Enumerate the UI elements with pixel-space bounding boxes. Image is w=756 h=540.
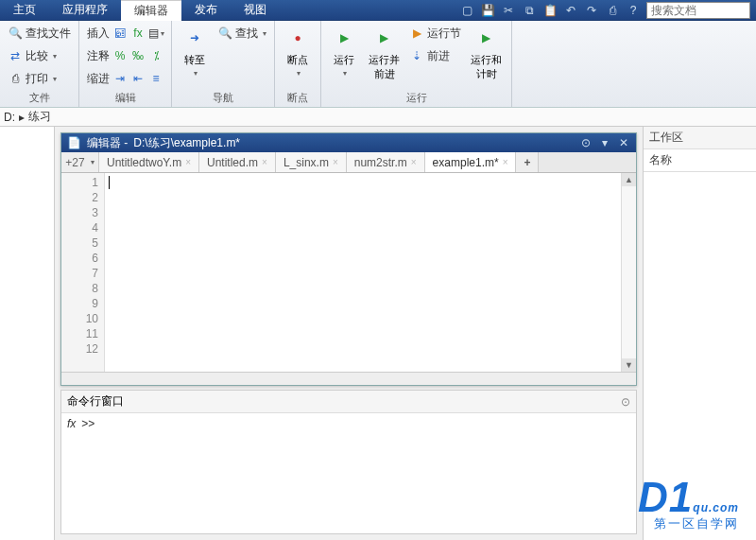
line-number: 11 bbox=[61, 326, 98, 341]
file-tab-0-label: UntitledtwoY.m bbox=[107, 156, 181, 169]
vertical-scrollbar[interactable]: ▲ ▼ bbox=[621, 173, 636, 372]
print-label: 打印 bbox=[26, 71, 48, 87]
qat-new-icon[interactable]: ▢ bbox=[459, 3, 474, 18]
file-tab-3[interactable]: num2str.m× bbox=[347, 152, 425, 172]
workspace-title: 工作区 bbox=[644, 127, 756, 149]
autoindent-icon: ≡ bbox=[148, 71, 163, 86]
maximize-icon[interactable]: ▾ bbox=[598, 136, 611, 149]
ribbon-group-edit: 插入 🗟 fx ▤ 注释 % ‰ ⁒ 缩进 ⇥ ⇤ ≡ 编辑 bbox=[79, 21, 172, 107]
search-input[interactable] bbox=[646, 2, 750, 19]
compare-button[interactable]: ⇄比较 bbox=[6, 45, 73, 66]
tab-home[interactable]: 主页 bbox=[0, 0, 49, 21]
find-button[interactable]: 🔍查找 bbox=[215, 23, 268, 44]
line-gutter: 1 2 3 4 5 6 7 8 9 10 11 12 bbox=[61, 173, 105, 372]
goto-icon: ➜ bbox=[181, 25, 208, 51]
cmd-dropdown-icon[interactable]: ⊙ bbox=[621, 395, 630, 409]
editor-window: 📄 编辑器 - D:\练习\example1.m* ⊙ ▾ ✕ +27 Unti… bbox=[60, 132, 637, 386]
file-tab-4[interactable]: example1.m*× bbox=[425, 152, 517, 172]
main-tabstrip: 主页 应用程序 编辑器 发布 视图 ▢ 💾 ✂ ⧉ 📋 ↶ ↷ ⎙ ? bbox=[0, 0, 756, 21]
file-tab-3-label: num2str.m bbox=[354, 156, 407, 169]
line-number: 2 bbox=[61, 190, 98, 205]
line-number: 6 bbox=[61, 251, 98, 266]
insert-button[interactable]: 插入 🗟 fx ▤ bbox=[85, 23, 165, 44]
close-tab-icon[interactable]: × bbox=[262, 157, 267, 167]
address-bar[interactable]: D: ▸ 练习 bbox=[0, 108, 756, 127]
close-icon[interactable]: ✕ bbox=[617, 136, 630, 149]
run-label: 运行 bbox=[334, 53, 354, 67]
qat-copy-icon[interactable]: ⧉ bbox=[522, 3, 537, 18]
watermark-domain: qu.com bbox=[693, 501, 739, 514]
line-number: 7 bbox=[61, 266, 98, 281]
scroll-track[interactable] bbox=[622, 186, 636, 358]
tab-publish[interactable]: 发布 bbox=[181, 0, 231, 21]
advance-button[interactable]: ⇣前进 bbox=[407, 45, 463, 66]
find-files-icon: 🔍 bbox=[8, 26, 23, 41]
close-tab-icon[interactable]: × bbox=[503, 157, 508, 167]
command-body[interactable]: fx >> bbox=[61, 413, 636, 533]
goto-label: 转至 bbox=[184, 53, 205, 67]
group-label-run: 运行 bbox=[327, 90, 506, 107]
close-tab-icon[interactable]: × bbox=[333, 157, 338, 167]
scroll-down-icon[interactable]: ▼ bbox=[622, 358, 636, 372]
print-button[interactable]: ⎙打印 bbox=[6, 68, 73, 89]
find-icon: 🔍 bbox=[217, 26, 232, 41]
breakpoints-button[interactable]: ● 断点 bbox=[281, 23, 315, 79]
file-tab-1[interactable]: Untitled.m× bbox=[199, 152, 276, 172]
file-tab-1-label: Untitled.m bbox=[207, 156, 258, 169]
left-panel bbox=[0, 127, 55, 540]
center-panel: 📄 编辑器 - D:\练习\example1.m* ⊙ ▾ ✕ +27 Unti… bbox=[55, 127, 643, 540]
qat-print-icon[interactable]: ⎙ bbox=[605, 3, 620, 18]
qat-save-icon[interactable]: 💾 bbox=[480, 3, 495, 18]
file-tab-0[interactable]: UntitledtwoY.m× bbox=[99, 152, 199, 172]
command-window: 命令行窗口 ⊙ fx >> bbox=[60, 390, 637, 534]
fx-prompt-icon: fx bbox=[67, 417, 76, 430]
run-section-button[interactable]: ▶运行节 bbox=[407, 23, 463, 44]
comment-button[interactable]: 注释 % ‰ ⁒ bbox=[85, 45, 165, 66]
run-time-icon: ▶ bbox=[473, 25, 500, 51]
tab-overflow[interactable]: +27 bbox=[61, 152, 99, 172]
close-tab-icon[interactable]: × bbox=[185, 157, 191, 167]
run-time-label: 运行和 计时 bbox=[471, 53, 502, 81]
qat-paste-icon[interactable]: 📋 bbox=[542, 3, 558, 18]
goto-button[interactable]: ➜ 转至 bbox=[178, 23, 212, 79]
quick-access-toolbar: ▢ 💾 ✂ ⧉ 📋 ↶ ↷ ⎙ ? bbox=[454, 2, 756, 19]
tab-view[interactable]: 视图 bbox=[231, 0, 280, 21]
indent-button[interactable]: 缩进 ⇥ ⇤ ≡ bbox=[85, 68, 165, 89]
breakpoints-label: 断点 bbox=[287, 53, 308, 67]
run-advance-button[interactable]: ▶运行并 前进 bbox=[365, 23, 404, 83]
run-section-icon: ▶ bbox=[409, 26, 424, 41]
print-icon: ⎙ bbox=[8, 71, 23, 86]
close-tab-icon[interactable]: × bbox=[411, 157, 417, 167]
group-label-nav: 导航 bbox=[178, 90, 268, 107]
run-time-button[interactable]: ▶运行和 计时 bbox=[467, 23, 506, 83]
ribbon-group-breakpoints: ● 断点 断点 bbox=[275, 21, 321, 107]
comment-label: 注释 bbox=[87, 48, 110, 64]
code-area[interactable] bbox=[105, 173, 621, 372]
editor-title-prefix: 编辑器 - bbox=[87, 135, 128, 151]
editor-titlebar[interactable]: 📄 编辑器 - D:\练习\example1.m* ⊙ ▾ ✕ bbox=[61, 133, 636, 152]
dropdown-icon[interactable]: ⊙ bbox=[579, 136, 593, 149]
tab-apps[interactable]: 应用程序 bbox=[49, 0, 121, 21]
qat-undo-icon[interactable]: ↶ bbox=[563, 3, 578, 18]
run-button[interactable]: ▶运行 bbox=[327, 23, 361, 79]
indent-label: 缩进 bbox=[87, 71, 110, 87]
qat-redo-icon[interactable]: ↷ bbox=[584, 3, 599, 18]
group-label-edit: 编辑 bbox=[85, 90, 165, 107]
add-tab-button[interactable]: + bbox=[516, 152, 539, 172]
watermark-brand: D1 bbox=[638, 474, 693, 520]
line-number: 3 bbox=[61, 205, 98, 220]
find-files-button[interactable]: 🔍查找文件 bbox=[6, 23, 73, 44]
addr-sep-icon: ▸ bbox=[19, 111, 25, 124]
section-icon: 🗟 bbox=[112, 26, 128, 41]
workspace-col-name[interactable]: 名称 bbox=[644, 149, 756, 172]
line-number: 4 bbox=[61, 220, 98, 235]
addr-drive: D: bbox=[4, 111, 15, 124]
find-label: 查找 bbox=[235, 26, 258, 42]
tab-editor[interactable]: 编辑器 bbox=[121, 0, 181, 21]
editor-path: D:\练习\example1.m* bbox=[133, 135, 240, 151]
insert-more-icon[interactable]: ▤ bbox=[148, 26, 163, 41]
qat-help-icon[interactable]: ? bbox=[626, 3, 641, 18]
qat-cut-icon[interactable]: ✂ bbox=[501, 3, 516, 18]
file-tab-2[interactable]: L_sinx.m× bbox=[276, 152, 347, 172]
scroll-up-icon[interactable]: ▲ bbox=[622, 173, 636, 186]
